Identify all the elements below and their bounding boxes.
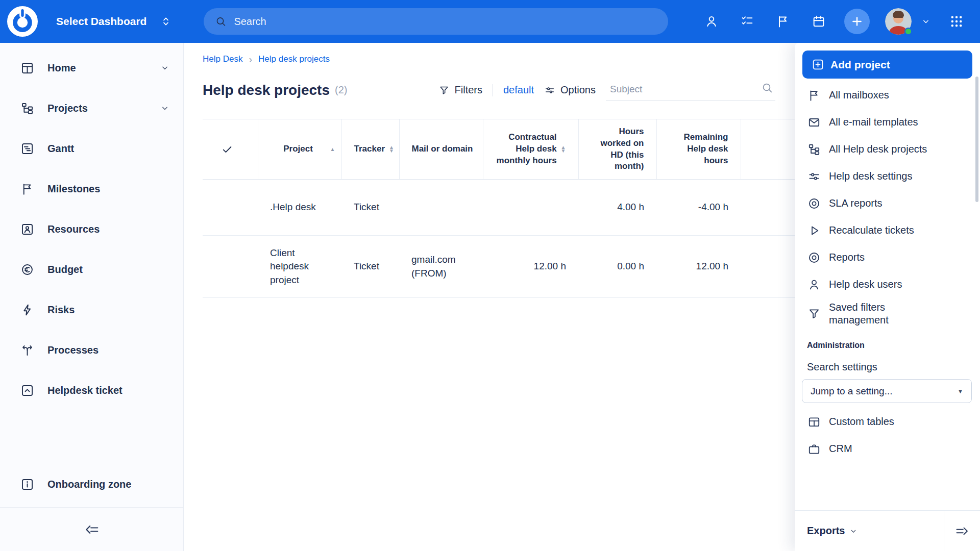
- panel-item-all-email-templates[interactable]: All e-mail templates: [795, 109, 980, 136]
- column-header-project[interactable]: Project▲: [258, 119, 341, 180]
- global-search-input[interactable]: [234, 16, 657, 28]
- search-settings-label: Search settings: [795, 350, 980, 373]
- row-select-cell[interactable]: [203, 180, 258, 236]
- panel-item-all-help-desk-projects[interactable]: All Help desk projects: [795, 136, 980, 163]
- processes-branch-icon: [20, 343, 34, 357]
- avatar-chevron-down-icon[interactable]: [921, 16, 931, 27]
- exports-label: Exports: [807, 525, 845, 537]
- sidebar-item-helpdesk-ticket[interactable]: Helpdesk ticket: [0, 374, 183, 406]
- chevron-down-icon[interactable]: [160, 103, 170, 113]
- panel-expand-button[interactable]: [944, 511, 980, 551]
- jump-to-setting-value: Jump to a setting...: [811, 386, 958, 397]
- panel-item-all-mailboxes[interactable]: All mailboxes: [795, 82, 980, 109]
- sliders-icon: [807, 170, 821, 183]
- project-name-cell[interactable]: .Help desk: [258, 180, 341, 236]
- sidebar-item-projects[interactable]: Projects: [0, 92, 183, 124]
- subject-search-input[interactable]: [606, 80, 775, 101]
- column-header-contractual-hours[interactable]: Contractual Help desk monthly hours▲▼: [483, 119, 578, 180]
- sidebar-item-processes[interactable]: Processes: [0, 334, 183, 366]
- filters-button[interactable]: Filters: [438, 84, 482, 96]
- remaining-cell: -4.00 h: [656, 180, 741, 236]
- select-all-header[interactable]: [203, 119, 258, 180]
- user-avatar[interactable]: [885, 8, 912, 35]
- topbar: Select Dashboard: [0, 0, 980, 43]
- sidebar-collapse-button[interactable]: [81, 518, 103, 541]
- sidebar-item-resources[interactable]: Resources: [0, 213, 183, 245]
- panel-scrollbar-thumb[interactable]: [975, 77, 978, 202]
- contractual-cell: [483, 180, 578, 236]
- flag-button[interactable]: [773, 11, 793, 32]
- breadcrumb-help-desk-projects[interactable]: Help desk projects: [258, 54, 330, 64]
- expand-arrow-icon: [955, 524, 969, 538]
- remaining-cell: 12.00 h: [656, 236, 741, 298]
- panel-item-crm[interactable]: CRM: [795, 435, 980, 462]
- add-project-button[interactable]: Add project: [802, 51, 972, 79]
- panel-item-label: Saved filters management: [829, 301, 936, 327]
- panel-item-custom-tables[interactable]: Custom tables: [795, 408, 980, 435]
- right-panel: Add project All mailboxes All e-mail tem…: [795, 43, 980, 551]
- column-header-tracker[interactable]: Tracker▲▼: [341, 119, 399, 180]
- sidebar-item-milestones[interactable]: Milestones: [0, 173, 183, 205]
- tracker-cell: Ticket: [341, 180, 399, 236]
- column-header-mail-or-domain[interactable]: Mail or domain: [399, 119, 483, 180]
- apps-grid-button[interactable]: [946, 11, 967, 32]
- projects-tree-icon: [807, 143, 821, 156]
- jump-to-setting-dropdown[interactable]: Jump to a setting... ▼: [802, 379, 972, 403]
- exports-button[interactable]: Exports: [795, 525, 944, 537]
- worked-cell: 4.00 h: [578, 180, 656, 236]
- project-name-cell[interactable]: Client helpdesk project: [258, 236, 341, 298]
- table-row[interactable]: .Help desk Ticket 4.00 h -4.00 h: [203, 180, 813, 236]
- subject-search: [606, 80, 775, 101]
- worked-cell: 0.00 h: [578, 236, 656, 298]
- user-icon: [807, 278, 821, 291]
- divider: [493, 84, 493, 96]
- search-icon[interactable]: [761, 82, 773, 94]
- panel-item-sla-reports[interactable]: SLA reports: [795, 190, 980, 217]
- table-row[interactable]: Client helpdesk project Ticket gmail.com…: [203, 236, 813, 298]
- panel-item-help-desk-users[interactable]: Help desk users: [795, 271, 980, 298]
- profile-button[interactable]: [701, 11, 722, 32]
- panel-item-recalculate-tickets[interactable]: Recalculate tickets: [795, 217, 980, 244]
- logo-icon: [7, 6, 38, 37]
- sidebar-item-home[interactable]: Home: [0, 52, 183, 84]
- sidebar-spacer: [0, 415, 183, 468]
- chevron-down-icon[interactable]: [160, 63, 170, 73]
- column-header-hours-worked[interactable]: Hours worked on HD (this month): [578, 119, 656, 180]
- panel-item-reports[interactable]: Reports: [795, 244, 980, 271]
- envelope-icon: [807, 116, 821, 129]
- dashboard-selector-label: Select Dashboard: [56, 15, 146, 28]
- projects-table: Project▲ Tracker▲▼ Mail or domain Contra…: [203, 119, 813, 298]
- panel-item-label: Help desk users: [829, 278, 902, 291]
- sidebar-item-label: Projects: [47, 103, 88, 114]
- default-filter-link[interactable]: default: [503, 84, 534, 96]
- sidebar-item-budget[interactable]: Budget: [0, 254, 183, 285]
- dashboard-selector[interactable]: Select Dashboard: [56, 15, 172, 28]
- main-content: Help Desk › Help desk projects Help desk…: [184, 43, 795, 551]
- sidebar-footer: [0, 507, 183, 551]
- sidebar-item-gantt[interactable]: Gantt: [0, 133, 183, 164]
- app-logo[interactable]: [7, 6, 38, 37]
- left-sidebar: Home Projects Gantt Milestones Resources…: [0, 43, 184, 551]
- global-search[interactable]: [204, 8, 668, 35]
- sidebar-item-label: Helpdesk ticket: [47, 385, 122, 396]
- column-header-remaining-hours[interactable]: Remaining Help desk hours: [656, 119, 741, 180]
- plus-square-icon: [812, 58, 824, 71]
- table-icon: [807, 415, 821, 429]
- panel-item-help-desk-settings[interactable]: Help desk settings: [795, 163, 980, 190]
- panel-item-saved-filters-management[interactable]: Saved filters management: [795, 298, 980, 330]
- breadcrumb-help-desk[interactable]: Help Desk: [203, 54, 242, 64]
- quick-add-button[interactable]: [844, 9, 870, 34]
- sidebar-item-onboarding-zone[interactable]: Onboarding zone: [0, 468, 183, 500]
- calendar-button[interactable]: [808, 11, 829, 32]
- sidebar-item-risks[interactable]: Risks: [0, 294, 183, 325]
- filters-label: Filters: [455, 84, 482, 96]
- column-label: Tracker: [354, 143, 385, 155]
- tasks-button[interactable]: [737, 11, 757, 32]
- row-select-cell[interactable]: [203, 236, 258, 298]
- sort-desc-icon: ▼: [561, 149, 566, 153]
- options-button[interactable]: Options: [544, 84, 596, 96]
- column-label: Mail or domain: [412, 143, 477, 155]
- sort-asc-icon: ▲: [330, 146, 335, 153]
- sidebar-item-label: Home: [47, 62, 76, 74]
- target-icon: [807, 197, 821, 210]
